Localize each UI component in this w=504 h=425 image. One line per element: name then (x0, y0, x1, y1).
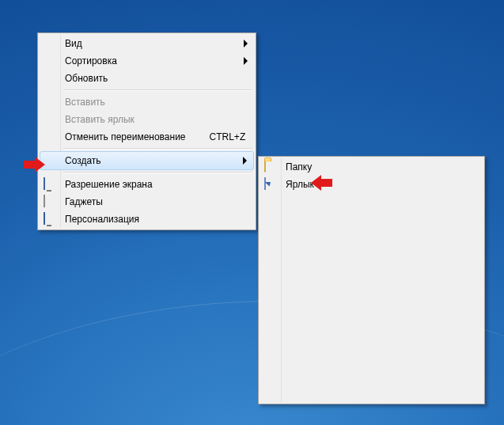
menu-separator (63, 172, 252, 173)
menu-item-label: Обновить (65, 73, 238, 84)
menu-item-label: Разрешение экрана (65, 179, 238, 190)
menu-item-view[interactable]: Вид (40, 35, 254, 52)
menu-item-gadgets[interactable]: Гаджеты (40, 193, 254, 211)
display-icon (44, 178, 56, 191)
desktop-background[interactable]: Вид Сортировка Обновить Вставить Вставит… (0, 0, 504, 425)
menu-item-label: Персонализация (65, 214, 238, 225)
menu-item-paste: Вставить (40, 93, 254, 111)
menu-item-personalize[interactable]: Персонализация (40, 211, 254, 228)
chevron-right-icon (244, 57, 248, 65)
submenu-item-folder[interactable]: Папку (260, 158, 483, 176)
chevron-right-icon (244, 40, 248, 47)
new-submenu: Папку Ярлык (258, 156, 485, 404)
menu-item-sort[interactable]: Сортировка (40, 52, 254, 70)
menu-separator (63, 89, 252, 91)
menu-separator (63, 148, 252, 150)
personal-icon (44, 213, 56, 226)
menu-item-label: Сортировка (65, 55, 238, 66)
menu-item-label: Отменить переименование (65, 131, 186, 142)
menu-item-label: Создать (65, 155, 238, 166)
desktop-context-menu: Вид Сортировка Обновить Вставить Вставит… (37, 32, 256, 230)
menu-item-label: Вид (65, 38, 238, 49)
menu-item-refresh[interactable]: Обновить (40, 70, 254, 87)
menu-icon-gutter (260, 158, 282, 402)
menu-item-label: Папку (286, 161, 467, 173)
menu-item-new[interactable]: Создать (40, 151, 254, 170)
submenu-item-shortcut[interactable]: Ярлык (260, 176, 483, 193)
menu-item-paste-shortcut: Вставить ярлык (40, 111, 254, 128)
menu-item-label: Вставить (65, 97, 238, 108)
gadgets-icon (44, 195, 56, 208)
menu-item-shortcut: CTRL+Z (210, 131, 246, 142)
menu-item-label: Гаджеты (65, 196, 238, 207)
folder-icon (264, 161, 277, 173)
menu-item-label: Вставить ярлык (65, 114, 238, 125)
chevron-right-icon (243, 157, 247, 165)
menu-item-resolution[interactable]: Разрешение экрана (40, 176, 254, 193)
menu-item-undo-rename[interactable]: Отменить переименование CTRL+Z (40, 128, 254, 146)
shortcut-icon (264, 178, 277, 191)
